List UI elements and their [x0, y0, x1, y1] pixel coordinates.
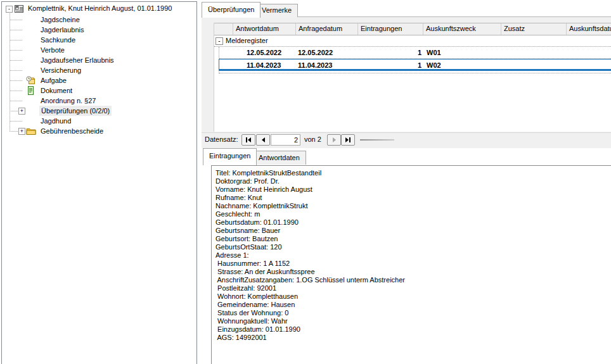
column-header-auskunftsdatum[interactable]: Auskunftsdatum	[567, 23, 611, 35]
tree-panel: - Komplettnik, Knut Heinrich August, 01.…	[1, 1, 197, 364]
detail-text: Titel: KomplettnikStruktBestandteil Dokt…	[212, 166, 611, 342]
tree-stub	[10, 30, 22, 30]
tree-item-label: Gebührenbescheide	[41, 126, 103, 136]
column-header-indicator[interactable]	[214, 23, 233, 35]
detail-line: Gemeindename: Hausen	[215, 301, 611, 309]
tree-item-anordnung[interactable]: Anordnung n. §27	[2, 96, 196, 106]
datasheet-header-row: Antwortdatum Anfragedatum Eintragungen A…	[214, 23, 611, 35]
tree-stub	[10, 60, 22, 61]
tree-item-ueberpruefungen[interactable]: + Überprüfungen (0/2/0)	[2, 106, 196, 116]
first-record-button[interactable]	[241, 134, 255, 146]
tree-item-label: Jagdaufseher Erlaubnis	[41, 55, 114, 65]
tree-item-label: Dokument	[41, 85, 72, 96]
right-triangle-icon	[345, 137, 349, 142]
detail-line: Strasse: An der Auskunftsspree	[215, 268, 611, 276]
tree-stub	[10, 91, 22, 91]
column-header-antwortdatum[interactable]: Antwortdatum	[233, 23, 296, 35]
tree-item-gebuehrenbescheide[interactable]: + Gebührenbescheide	[2, 126, 196, 136]
detail-line: Geschlecht: m	[215, 210, 611, 218]
cell-auskunftsdatum[interactable]	[567, 60, 611, 69]
expand-plus-icon[interactable]: +	[18, 108, 25, 115]
column-header-eintragungen[interactable]: Eintragungen	[358, 23, 423, 35]
detail-line: Nachname: KomplettnikStrukt	[215, 202, 611, 210]
cell-eintragungen[interactable]: 1	[359, 60, 424, 69]
detail-line: AGS: 14992001	[215, 334, 611, 342]
column-header-zusatz[interactable]: Zusatz	[501, 23, 567, 35]
tree-item-verbote[interactable]: Verbote	[2, 45, 196, 55]
tree-stub	[10, 70, 22, 71]
left-triangle-icon	[248, 137, 251, 142]
tree-item-jagdhund[interactable]: Jagdhund	[2, 116, 196, 126]
record-navigator-label: Datensatz:	[205, 135, 238, 143]
detail-line: GeburtsOrtStaat: 120	[215, 243, 611, 251]
cell-zusatz[interactable]	[502, 60, 567, 69]
tree-root-label: Komplettnik, Knut Heinrich August, 01.01…	[28, 3, 172, 13]
tree-root-person[interactable]: - Komplettnik, Knut Heinrich August, 01.…	[2, 3, 196, 14]
tree-item-label: Aufgabe	[41, 75, 67, 85]
detail-line: Geburtsname: Bauer	[215, 227, 611, 235]
tab-eintragungen[interactable]: Eintragungen	[203, 148, 257, 165]
tree-item-label: Jagderlaubnis	[41, 25, 84, 35]
tree-item-sachkunde[interactable]: Sachkunde	[2, 35, 196, 45]
detail-line: Geburtsort: Bautzen	[215, 235, 611, 243]
expand-plus-icon[interactable]: +	[18, 128, 25, 135]
last-record-icon	[349, 137, 351, 142]
collapse-expander-icon[interactable]: -	[6, 6, 13, 13]
tree-stub	[10, 20, 22, 20]
next-record-button-disabled[interactable]	[327, 134, 341, 146]
tree-item-label: Anordnung n. §27	[41, 96, 96, 106]
group-row-melderegister: - Melderegister	[214, 35, 611, 47]
tree-item-jagderlaubnis[interactable]: Jagderlaubnis	[2, 25, 196, 35]
detail-line: AnschriftZusatzangaben: 1.OG Schlüssel u…	[215, 276, 611, 284]
table-row[interactable]: 12.05.2022 12.05.2022 1 W01	[219, 47, 611, 59]
detail-line: Titel: KomplettnikStruktBestandteil	[215, 169, 611, 177]
last-record-button[interactable]	[341, 134, 355, 146]
tree-item-label: Versicherung	[41, 65, 81, 75]
group-label: Melderegister	[226, 35, 268, 46]
column-header-auskunftszweck[interactable]: Auskunftszweck	[423, 23, 501, 35]
tree-stub	[10, 50, 22, 51]
detail-line: Adresse 1:	[215, 251, 611, 260]
tree-item-aufgabe[interactable]: Aufgabe	[2, 75, 196, 85]
cell-auskunftszweck[interactable]: W01	[424, 47, 502, 58]
tree-stub	[10, 131, 19, 132]
cell-auskunftszweck[interactable]: W02	[424, 60, 502, 69]
group-collapse-icon[interactable]: -	[215, 37, 223, 45]
group-rows-region: 12.05.2022 12.05.2022 1 W01 11.04.2023 1…	[219, 47, 611, 73]
tree-item-versicherung[interactable]: Versicherung	[2, 65, 196, 75]
task-clock-icon	[26, 76, 35, 85]
previous-record-button[interactable]	[256, 134, 270, 146]
folder-icon	[26, 127, 35, 135]
tab-ueberpruefungen[interactable]: Überprüfungen	[202, 2, 260, 18]
cell-auskunftsdatum[interactable]	[567, 47, 611, 58]
cell-anfragedatum[interactable]: 12.05.2022	[297, 47, 359, 58]
table-row-selected[interactable]: 11.04.2023 11.04.2023 1 W02	[219, 59, 611, 71]
column-header-anfragedatum[interactable]: Anfragedatum	[296, 23, 358, 35]
tab-vermerke[interactable]: Vermerke	[255, 4, 298, 17]
tab-antwortdaten[interactable]: Antwortdaten	[252, 151, 306, 165]
tree-item-label: Jagdscheine	[41, 15, 80, 25]
document-icon	[26, 86, 35, 95]
application-window: - Komplettnik, Knut Heinrich August, 01.…	[0, 0, 611, 364]
tree-item-jagdaufseher-erlaubnis[interactable]: Jagdaufseher Erlaubnis	[2, 55, 196, 65]
cell-antwortdatum[interactable]: 12.05.2022	[234, 47, 297, 58]
record-count-label: von 2	[304, 135, 321, 143]
cell-anfragedatum[interactable]: 11.04.2023	[297, 60, 359, 69]
detail-line: Einzugsdatum: 01.01.1990	[215, 325, 611, 334]
tree-item-label: Verbote	[41, 45, 65, 55]
tree-item-label: Sachkunde	[41, 35, 75, 45]
detail-line: Geburtsdatum: 01.01.1990	[215, 218, 611, 227]
current-record-input[interactable]	[271, 134, 300, 146]
eintragungen-detail-textbox[interactable]: Titel: KomplettnikStruktBestandteil Dokt…	[211, 165, 611, 364]
tree-item-jagdscheine[interactable]: Jagdscheine	[2, 15, 196, 25]
detail-line: Doktorgrad: Prof. Dr.	[215, 177, 611, 185]
detail-line: Wohnort: Kompletthausen	[215, 292, 611, 301]
group-end-line	[219, 73, 611, 73]
tree-stub	[10, 121, 22, 122]
cell-zusatz[interactable]	[502, 47, 567, 58]
cell-antwortdatum[interactable]: 11.04.2023	[234, 60, 297, 69]
row-indicator-cell	[219, 60, 234, 69]
detail-line: Postleitzahl: 92001	[215, 284, 611, 292]
tree-item-dokument[interactable]: Dokument	[2, 85, 196, 96]
cell-eintragungen[interactable]: 1	[359, 47, 424, 58]
